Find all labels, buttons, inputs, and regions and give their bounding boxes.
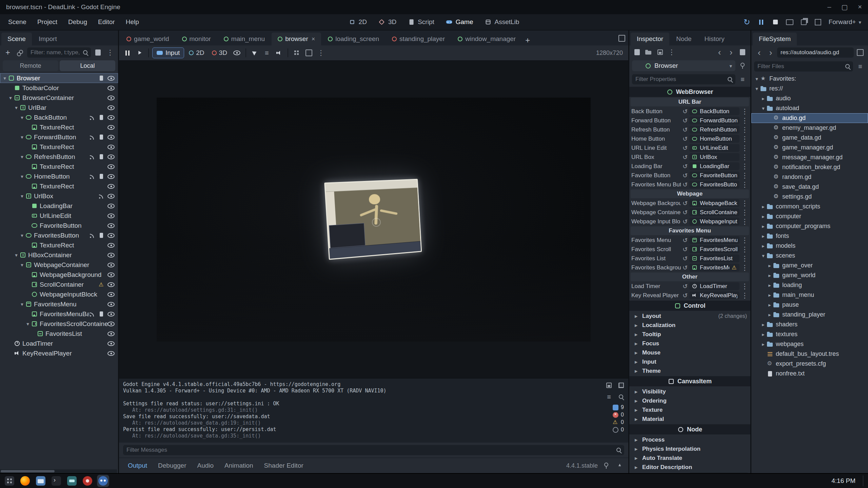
property-fold-row[interactable]: Localization: [629, 321, 750, 330]
file-tree-row[interactable]: Favorites:: [751, 74, 868, 84]
file-tree-row[interactable]: default_bus_layout.tres: [751, 349, 868, 359]
game-stop-button[interactable]: [770, 16, 781, 28]
property-value-button[interactable]: ScrollContaine: [689, 208, 739, 216]
visibility-eye-icon[interactable]: [107, 341, 115, 346]
property-fold-row[interactable]: Input: [629, 357, 750, 366]
visibility-eye-icon[interactable]: [107, 105, 115, 110]
menu-item[interactable]: Editor: [93, 14, 120, 30]
remote-button[interactable]: Remote: [3, 60, 58, 71]
view-2d-toggle[interactable]: 2D: [186, 49, 207, 57]
tray-icon[interactable]: [810, 478, 815, 484]
visibility-eye-icon[interactable]: [107, 272, 115, 277]
menu-item[interactable]: Help: [120, 14, 144, 30]
visibility-eye-icon[interactable]: [107, 135, 115, 140]
property-value-button[interactable]: LoadTimer: [689, 282, 739, 290]
property-fold-row[interactable]: Texture: [629, 405, 750, 414]
expand-chevron-icon[interactable]: [760, 214, 767, 220]
revert-property-icon[interactable]: [683, 283, 688, 290]
scene-tree-row[interactable]: LoadTimer: [0, 339, 118, 348]
expand-chevron-icon[interactable]: [760, 223, 767, 229]
bottom-tab[interactable]: Shader Editor: [259, 458, 309, 473]
expand-chevron-icon[interactable]: [766, 282, 773, 288]
script-attached-icon[interactable]: [98, 75, 104, 81]
taskbar-app-button[interactable]: [35, 475, 47, 487]
visibility-eye-icon[interactable]: [107, 282, 115, 287]
current-path-input[interactable]: [777, 47, 854, 58]
viewport-fullscreen-button[interactable]: [304, 48, 314, 58]
dock-tab[interactable]: FileSystem: [753, 33, 797, 45]
scene-dock-hscrollbar[interactable]: [0, 469, 117, 473]
scene-tree-row[interactable]: TextureRect: [0, 142, 118, 152]
scene-tree-row[interactable]: RefreshButton: [0, 152, 118, 162]
expand-chevron-icon[interactable]: [760, 243, 767, 249]
visibility-eye-icon[interactable]: [107, 312, 115, 317]
expand-chevron-icon[interactable]: [760, 341, 767, 347]
file-tree-row[interactable]: game_world: [751, 270, 868, 280]
script-attached-icon[interactable]: [98, 115, 104, 121]
property-fold-row[interactable]: Process: [629, 435, 750, 444]
property-menu-icon[interactable]: [741, 255, 748, 263]
file-tree-row[interactable]: main_menu: [751, 290, 868, 300]
expand-chevron-icon[interactable]: [19, 193, 25, 199]
visibility-eye-icon[interactable]: [107, 115, 115, 120]
scene-tab[interactable]: main_menu ×: [218, 33, 271, 45]
property-sort-button[interactable]: [737, 74, 748, 84]
property-group-header[interactable]: Other: [631, 272, 749, 281]
file-tree-row[interactable]: save_data.gd: [751, 182, 868, 192]
file-tree-row[interactable]: notification_broker.gd: [751, 162, 868, 172]
scene-filter-input[interactable]: [27, 47, 91, 58]
selection-list-button[interactable]: [262, 48, 272, 58]
property-menu-icon[interactable]: [741, 282, 748, 290]
file-tree-row[interactable]: common_scripts: [751, 202, 868, 211]
expand-chevron-icon[interactable]: [19, 134, 25, 140]
taskbar-app-button[interactable]: [19, 475, 31, 487]
game-restart-button[interactable]: [741, 16, 753, 28]
expand-chevron-icon[interactable]: [766, 292, 773, 298]
pin-bottom-panel-button[interactable]: [601, 461, 611, 470]
warning-icon[interactable]: [98, 282, 104, 288]
scene-tree-row[interactable]: FavoritesMenuBackgr: [0, 309, 118, 319]
visibility-eye-icon[interactable]: [107, 174, 115, 179]
scrollbar-thumb[interactable]: [1, 470, 55, 472]
new-resource-button[interactable]: [632, 47, 642, 57]
property-menu-icon[interactable]: [741, 245, 748, 253]
scene-tree-row[interactable]: WebpageInputBlock: [0, 289, 118, 299]
scene-tab[interactable]: browser ×: [272, 33, 321, 45]
scene-tree-row[interactable]: FavoritesScrollContainer: [0, 319, 118, 329]
property-menu-icon[interactable]: [741, 199, 748, 207]
file-tree-row[interactable]: message_manager.gd: [751, 152, 868, 162]
visibility-eye-icon[interactable]: [107, 214, 115, 218]
property-fold-row[interactable]: Focus: [629, 339, 750, 348]
attach-script-button[interactable]: [93, 47, 103, 58]
scene-tree-row[interactable]: FavoriteButton: [0, 221, 118, 230]
clock[interactable]: 4:16 PM: [831, 477, 855, 485]
revert-property-icon[interactable]: [683, 135, 688, 143]
history-list-button[interactable]: [737, 47, 748, 57]
log-counter[interactable]: 9: [602, 404, 626, 411]
scene-tab[interactable]: window_manager ×: [452, 33, 522, 45]
expand-chevron-icon[interactable]: [766, 263, 773, 269]
script-attached-icon[interactable]: [98, 232, 104, 239]
maximize-button[interactable]: ▢: [841, 3, 848, 11]
embed-game-button[interactable]: [784, 16, 795, 28]
expand-chevron-icon[interactable]: [760, 331, 767, 338]
property-menu-icon[interactable]: [741, 162, 748, 170]
visibility-eye-icon[interactable]: [107, 125, 115, 130]
property-group-header[interactable]: Webpage: [631, 189, 749, 198]
scene-tab[interactable]: standing_player ×: [386, 33, 451, 45]
script-attached-icon[interactable]: [98, 174, 104, 180]
tray-icon[interactable]: [788, 478, 793, 484]
property-fold-row[interactable]: Material: [629, 414, 750, 424]
expand-chevron-icon[interactable]: [13, 252, 20, 258]
expand-chevron-icon[interactable]: [1, 75, 8, 81]
log-counter[interactable]: 0: [602, 411, 626, 419]
visibility-eye-icon[interactable]: [107, 194, 115, 199]
scene-tab[interactable]: game_world ×: [120, 33, 175, 45]
dock-tab[interactable]: Import: [33, 33, 63, 45]
taskbar-app-button[interactable]: [81, 475, 94, 487]
visibility-eye-icon[interactable]: [107, 243, 115, 248]
signal-connection-icon[interactable]: [89, 311, 95, 317]
visibility-eye-icon[interactable]: [107, 351, 115, 356]
menu-item[interactable]: Project: [32, 14, 63, 30]
scene-tree-row[interactable]: UrlBox: [0, 191, 118, 201]
